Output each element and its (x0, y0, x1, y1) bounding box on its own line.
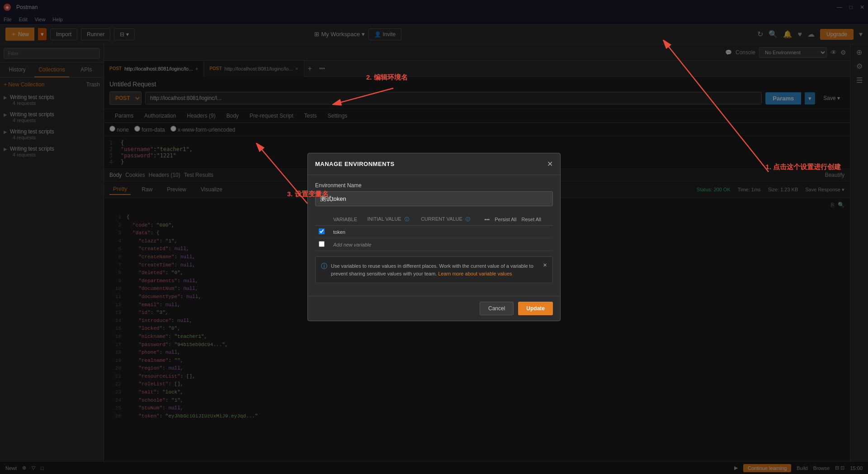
modal-body: Environment Name VARIABLE INITIAL VALUE … (308, 175, 560, 296)
modal-header: MANAGE ENVIRONMENTS ✕ (308, 153, 560, 175)
var-name[interactable]: token (330, 226, 363, 238)
add-var-checkbox[interactable] (319, 241, 325, 247)
var-checkbox[interactable] (319, 228, 325, 234)
info-icon-current: ⓘ (466, 217, 470, 222)
manage-environments-modal: MANAGE ENVIRONMENTS ✕ Environment Name V… (307, 153, 561, 321)
reset-all-button[interactable]: Reset All (522, 217, 541, 222)
info-circle-icon: ⓘ (321, 262, 327, 270)
persist-all-button[interactable]: Persist All (495, 217, 516, 222)
col-variable: VARIABLE (330, 213, 363, 226)
learn-more-link[interactable]: Learn more about variable values (438, 271, 512, 276)
info-icon-initial: ⓘ (405, 217, 409, 222)
update-button[interactable]: Update (518, 302, 553, 315)
var-row-actions (479, 226, 553, 238)
info-close-button[interactable]: ✕ (543, 262, 547, 268)
modal-overlay: MANAGE ENVIRONMENTS ✕ Environment Name V… (0, 0, 868, 474)
cancel-button[interactable]: Cancel (480, 302, 514, 315)
col-initial: INITIAL VALUE ⓘ (363, 213, 417, 226)
modal-close-button[interactable]: ✕ (547, 160, 553, 168)
variable-row: token (315, 226, 553, 238)
modal-info-box: ⓘ Use variables to reuse values in diffe… (315, 256, 553, 283)
col-actions: ••• Persist All Reset All (479, 213, 553, 226)
modal-title: MANAGE ENVIRONMENTS (315, 161, 395, 167)
variables-table: VARIABLE INITIAL VALUE ⓘ CURRENT VALUE ⓘ… (315, 213, 553, 251)
var-initial[interactable] (363, 226, 417, 238)
info-text: Use variables to reuse values in differe… (331, 262, 539, 277)
var-current[interactable] (417, 226, 479, 238)
col-checkbox (315, 213, 330, 226)
actions-more-button[interactable]: ••• (485, 217, 490, 222)
add-variable-row[interactable]: Add new variable (315, 238, 553, 251)
env-name-input[interactable] (315, 191, 553, 206)
modal-footer: Cancel Update (308, 296, 560, 321)
env-name-label: Environment Name (315, 182, 553, 189)
col-current: CURRENT VALUE ⓘ (417, 213, 479, 226)
add-new-variable[interactable]: Add new variable (330, 238, 479, 251)
